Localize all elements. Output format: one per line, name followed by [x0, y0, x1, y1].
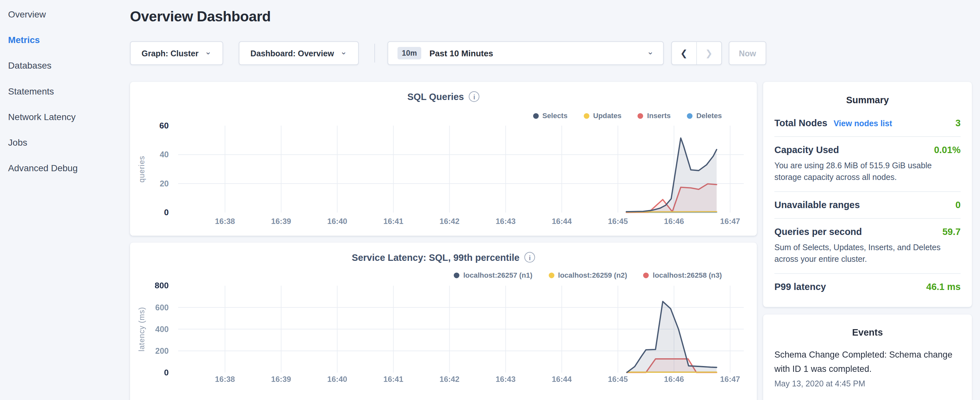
- summary-row-value: 3: [955, 118, 961, 128]
- summary-title: Summary: [774, 82, 961, 110]
- svg-text:200: 200: [155, 346, 169, 355]
- svg-text:16:39: 16:39: [271, 375, 291, 384]
- svg-text:queries: queries: [137, 156, 146, 183]
- summary-row-description: Sum of Selects, Updates, Inserts, and De…: [774, 241, 961, 265]
- svg-text:16:46: 16:46: [664, 375, 684, 384]
- svg-text:latency (ms): latency (ms): [137, 307, 146, 351]
- svg-text:16:42: 16:42: [439, 217, 460, 226]
- events-panel: Events Schema Change Completed: Schema c…: [763, 315, 972, 400]
- view-nodes-list-link[interactable]: View nodes list: [834, 119, 892, 128]
- summary-row-value: 59.7: [942, 226, 961, 237]
- summary-row-value: 0: [955, 199, 961, 210]
- summary-row-label: P99 latency: [774, 281, 826, 292]
- svg-text:400: 400: [155, 325, 169, 334]
- service-latency-chart[interactable]: 020040060080016:3816:3916:4016:4116:4216…: [130, 243, 757, 400]
- svg-text:16:38: 16:38: [215, 217, 235, 226]
- page-title: Overview Dashboard: [130, 8, 271, 25]
- svg-text:16:39: 16:39: [271, 217, 291, 226]
- svg-text:0: 0: [164, 207, 169, 217]
- graph-select-dropdown[interactable]: Graph: Cluster ⌄: [130, 41, 223, 65]
- sidebar-item-overview[interactable]: Overview: [8, 8, 125, 21]
- chevron-right-icon: ❯: [705, 48, 713, 58]
- toolbar: Graph: Cluster ⌄ Dashboard: Overview ⌄ 1…: [130, 41, 767, 65]
- svg-text:16:41: 16:41: [383, 217, 404, 226]
- svg-text:16:47: 16:47: [720, 375, 740, 384]
- event-timestamp: May 13, 2020 at 4:45 PM: [774, 379, 961, 388]
- time-step-back-button[interactable]: ❮: [672, 42, 697, 64]
- svg-text:16:40: 16:40: [328, 217, 347, 226]
- chevron-down-icon: ⌄: [647, 49, 654, 55]
- chevron-down-icon: ⌄: [340, 49, 347, 55]
- summary-row-label: Unavailable ranges: [774, 199, 860, 210]
- svg-text:16:43: 16:43: [496, 217, 516, 226]
- graph-select-label: Graph: Cluster: [142, 49, 199, 58]
- event-message: Schema Change Completed: Schema change w…: [774, 343, 961, 376]
- service-latency-chart-card: Service Latency: SQL, 99th percentile i …: [130, 243, 757, 400]
- summary-row-queries-per-second: Queries per second 59.7 Sum of Selects, …: [774, 219, 961, 274]
- dashboard-select-dropdown[interactable]: Dashboard: Overview ⌄: [239, 41, 359, 65]
- summary-row-unavailable-ranges: Unavailable ranges 0: [774, 192, 961, 219]
- toolbar-divider: [374, 44, 375, 62]
- summary-row-p99-latency: P99 latency 46.1 ms: [774, 274, 961, 300]
- svg-text:16:47: 16:47: [720, 217, 740, 226]
- chevron-left-icon: ❮: [680, 48, 687, 58]
- svg-text:60: 60: [159, 121, 169, 131]
- sidebar-item-metrics[interactable]: Metrics: [8, 33, 125, 46]
- now-button[interactable]: Now: [729, 41, 766, 65]
- summary-row-value: 46.1 ms: [926, 281, 961, 292]
- sidebar: Overview Metrics Databases Statements Ne…: [0, 0, 125, 187]
- summary-row-label: Total Nodes: [774, 118, 827, 128]
- summary-row-label: Capacity Used: [774, 144, 839, 155]
- time-range-badge: 10m: [398, 47, 421, 59]
- time-step-forward-button[interactable]: ❯: [697, 42, 721, 64]
- svg-text:16:42: 16:42: [439, 375, 460, 384]
- svg-text:16:45: 16:45: [608, 375, 628, 384]
- svg-text:16:43: 16:43: [496, 375, 516, 384]
- dashboard-select-label: Dashboard: Overview: [250, 49, 334, 58]
- svg-text:16:44: 16:44: [552, 375, 572, 384]
- svg-text:16:41: 16:41: [383, 375, 404, 384]
- sql-queries-chart[interactable]: 020406016:3816:3916:4016:4116:4216:4316:…: [130, 82, 757, 236]
- svg-text:16:40: 16:40: [328, 375, 347, 384]
- summary-row-label: Queries per second: [774, 226, 862, 237]
- time-step-buttons: ❮ ❯: [671, 41, 722, 65]
- summary-panel: Summary Total Nodes View nodes list 3 Ca…: [763, 82, 972, 307]
- sidebar-item-jobs[interactable]: Jobs: [8, 135, 125, 149]
- events-title: Events: [774, 315, 961, 343]
- summary-row-capacity-used: Capacity Used 0.01% You are using 28.6 M…: [774, 137, 961, 192]
- svg-text:0: 0: [164, 368, 169, 377]
- time-range-label: Past 10 Minutes: [430, 49, 647, 58]
- svg-text:20: 20: [160, 179, 169, 188]
- svg-text:40: 40: [160, 150, 169, 159]
- summary-row-total-nodes: Total Nodes View nodes list 3: [774, 110, 961, 137]
- summary-row-value: 0.01%: [934, 144, 961, 155]
- svg-text:16:45: 16:45: [608, 217, 628, 226]
- time-range-dropdown[interactable]: 10m Past 10 Minutes ⌄: [388, 41, 664, 65]
- svg-text:16:38: 16:38: [215, 375, 235, 384]
- svg-text:600: 600: [155, 303, 169, 312]
- admin-ui-root: Overview Metrics Databases Statements Ne…: [0, 0, 980, 400]
- sidebar-item-network-latency[interactable]: Network Latency: [8, 110, 125, 124]
- summary-row-description: You are using 28.6 MiB of 515.9 GiB usab…: [774, 159, 961, 183]
- sql-queries-chart-card: SQL Queries i SelectsUpdatesInsertsDelet…: [130, 82, 757, 236]
- sidebar-item-advanced-debug[interactable]: Advanced Debug: [8, 161, 125, 175]
- svg-text:16:44: 16:44: [552, 217, 572, 226]
- now-button-label: Now: [739, 49, 756, 58]
- svg-text:800: 800: [155, 281, 169, 291]
- sidebar-item-databases[interactable]: Databases: [8, 59, 125, 72]
- event-list-item[interactable]: Schema Change Completed: Schema change w…: [774, 343, 961, 388]
- svg-text:16:46: 16:46: [664, 217, 684, 226]
- sidebar-item-statements[interactable]: Statements: [8, 84, 125, 98]
- chevron-down-icon: ⌄: [205, 49, 212, 55]
